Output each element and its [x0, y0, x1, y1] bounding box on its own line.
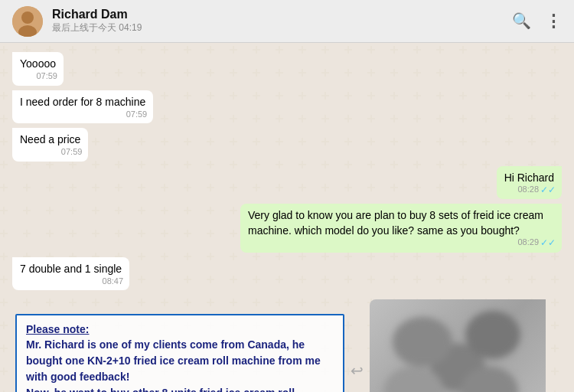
message-time: 08:28 ✓✓	[517, 184, 556, 197]
contact-info: Richard Dam 最后上线于今天 04:19	[52, 8, 512, 34]
message-row: Need a price 07:59	[12, 128, 562, 162]
more-options-icon[interactable]: ⋮	[545, 11, 562, 31]
message-row: Hi Richard 08:28 ✓✓	[12, 166, 562, 200]
chat-header: Richard Dam 最后上线于今天 04:19 🔍 ⋮	[0, 0, 574, 43]
tick-icon: ✓✓	[540, 237, 556, 250]
message-bubble: 7 double and 1 single 08:47	[12, 257, 129, 291]
svg-point-1	[21, 11, 34, 24]
message-text: Very glad to know you are plan to buy 8 …	[248, 209, 543, 237]
chat-area: Yooooo 07:59 I need order for 8 machine …	[0, 43, 574, 392]
message-row: Yooooo 07:59	[12, 52, 562, 86]
image-placeholder	[370, 299, 546, 392]
contact-status: 最后上线于今天 04:19	[52, 21, 512, 34]
message-row: Very glad to know you are plan to buy 8 …	[12, 204, 562, 252]
message-text: Need a price	[20, 133, 80, 145]
message-bubble: Yooooo 07:59	[12, 52, 64, 86]
annotation-title: Please note:	[26, 323, 334, 335]
message-time: 07:59	[61, 146, 83, 158]
message-row: 7 double and 1 single 08:47	[12, 257, 562, 291]
search-icon[interactable]: 🔍	[512, 11, 531, 31]
contact-name: Richard Dam	[52, 8, 512, 21]
message-row: I need order for 8 machine 07:59	[12, 90, 562, 124]
avatar	[12, 6, 43, 37]
image-bubble[interactable]: ⬇ 294 kB	[370, 299, 546, 392]
message-text: 7 double and 1 single	[20, 263, 122, 275]
reply-icon[interactable]: ↩	[351, 361, 364, 380]
message-time: 07:59	[126, 109, 148, 120]
message-time: 08:29 ✓✓	[517, 237, 556, 250]
annotation-body: Mr. Richard is one of my clients come fr…	[26, 337, 334, 392]
annotation-box: Please note: Mr. Richard is one of my cl…	[15, 314, 344, 392]
message-bubble: I need order for 8 machine 07:59	[12, 90, 153, 124]
bottom-section: Please note: Mr. Richard is one of my cl…	[12, 299, 562, 392]
message-time: 07:59	[36, 70, 57, 82]
tick-icon: ✓✓	[540, 184, 556, 197]
message-bubble: Very glad to know you are plan to buy 8 …	[240, 204, 562, 252]
header-actions: 🔍 ⋮	[512, 11, 562, 31]
message-text: Hi Richard	[504, 172, 554, 184]
message-bubble: Hi Richard 08:28 ✓✓	[497, 166, 562, 200]
message-bubble: Need a price 07:59	[12, 128, 88, 162]
message-text: I need order for 8 machine	[20, 96, 145, 108]
message-text: Yooooo	[20, 57, 56, 70]
message-time: 08:47	[103, 276, 124, 287]
